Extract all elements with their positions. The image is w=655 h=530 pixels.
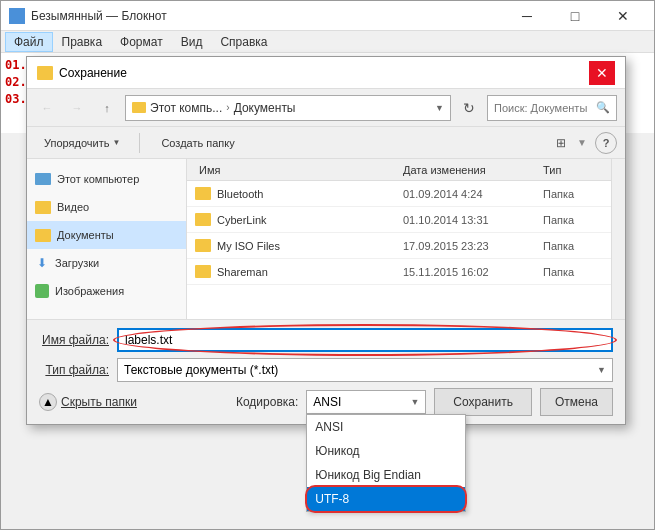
organize-button[interactable]: Упорядочить ▼ [35,131,129,155]
view-dropdown-arrow: ▼ [577,137,587,148]
encoding-section: Кодировка: ANSI ▼ ANSI Юникод Юникод Big… [236,388,613,416]
hide-folders-section: ▲ Скрыть папки [39,393,137,411]
file-list: Имя Дата изменения Тип Bluetooth 01.09.2… [187,159,611,319]
path-segment-2: Документы [234,101,296,115]
path-folder-icon [132,102,146,113]
nav-path[interactable]: Этот компь... › Документы ▼ [125,95,451,121]
save-dialog: Сохранение ✕ ← → ↑ Этот компь... › Докум… [26,56,626,425]
menu-edit[interactable]: Правка [53,32,112,52]
sidebar-item-video[interactable]: Видео [27,193,186,221]
new-folder-button[interactable]: Создать папку [150,131,245,155]
minimize-button[interactable]: ─ [504,2,550,30]
menu-file[interactable]: Файл [5,32,53,52]
cyberlink-name: CyberLink [217,214,403,226]
nav-bar: ← → ↑ Этот компь... › Документы ▼ ↻ 🔍 [27,89,625,127]
myisofiles-name: My ISO Files [217,240,403,252]
close-button[interactable]: ✕ [600,2,646,30]
filetype-row: Тип файла: Текстовые документы (*.txt) ▼ [39,358,613,382]
file-row-bluetooth[interactable]: Bluetooth 01.09.2014 4:24 Папка [187,181,611,207]
col-header-name: Имя [195,164,403,176]
downloads-icon: ⬇ [35,256,49,270]
scrollbar[interactable] [611,159,625,319]
encoding-option-unicode[interactable]: Юникод [307,439,465,463]
view-mode-button[interactable]: ⊞ [549,131,573,155]
shareman-name: Shareman [217,266,403,278]
cyberlink-type: Папка [543,214,603,226]
images-icon [35,284,49,298]
file-row-myisofiles[interactable]: My ISO Files 17.09.2015 23:23 Папка [187,233,611,259]
notepad-icon [9,8,25,24]
encoding-option-unicode-be[interactable]: Юникод Big Endian [307,463,465,487]
filetype-label: Тип файла: [39,363,109,377]
dialog-title-label: Сохранение [59,66,127,80]
shareman-date: 15.11.2015 16:02 [403,266,543,278]
notepad-menubar: Файл Правка Формат Вид Справка [1,31,654,53]
path-segment-1: Этот компь... [150,101,222,115]
bluetooth-date: 01.09.2014 4:24 [403,188,543,200]
maximize-button[interactable]: □ [552,2,598,30]
path-dropdown-arrow: ▼ [435,103,444,113]
file-row-shareman[interactable]: Shareman 15.11.2015 16:02 Папка [187,259,611,285]
encoding-value: ANSI [313,395,341,409]
computer-icon [35,173,51,185]
filetype-combo-arrow: ▼ [597,365,606,375]
myisofiles-folder-icon [195,239,211,252]
filetype-combo[interactable]: Текстовые документы (*.txt) ▼ [117,358,613,382]
notepad-titlebar: Безымянный — Блокнот ─ □ ✕ [1,1,654,31]
encoding-label: Кодировка: [236,395,298,409]
bluetooth-name: Bluetooth [217,188,403,200]
forward-button[interactable]: → [65,96,89,120]
encoding-option-utf8[interactable]: UTF-8 [307,487,465,511]
hide-folders-label: Скрыть папки [61,395,137,409]
up-button[interactable]: ↑ [95,96,119,120]
myisofiles-type: Папка [543,240,603,252]
shareman-type: Папка [543,266,603,278]
organize-dropdown-arrow: ▼ [112,138,120,147]
filetype-value: Текстовые документы (*.txt) [124,363,278,377]
search-box[interactable]: 🔍 [487,95,617,121]
notepad-window: Безымянный — Блокнот ─ □ ✕ Файл Правка Ф… [0,0,655,530]
shareman-folder-icon [195,265,211,278]
dialog-titlebar: Сохранение ✕ [27,57,625,89]
dialog-close-button[interactable]: ✕ [589,61,615,85]
save-button[interactable]: Сохранить [434,388,532,416]
documents-folder-icon [35,229,51,242]
filename-input[interactable] [117,328,613,352]
col-header-type: Тип [543,164,603,176]
col-header-date: Дата изменения [403,164,543,176]
notepad-title: Безымянный — Блокнот [9,8,167,24]
notepad-title-text: Безымянный — Блокнот [31,9,167,23]
cyberlink-date: 01.10.2014 13:31 [403,214,543,226]
encoding-combo[interactable]: ANSI ▼ [306,390,426,414]
window-controls: ─ □ ✕ [504,2,646,30]
menu-help[interactable]: Справка [211,32,276,52]
sidebar-item-downloads[interactable]: ⬇ Загрузки [27,249,186,277]
filename-row: Имя файла: [39,328,613,352]
left-panel: Этот компьютер Видео Документы ⬇ Загрузк… [27,159,187,319]
content-area: Этот компьютер Видео Документы ⬇ Загрузк… [27,159,625,319]
dialog-toolbar: Упорядочить ▼ Создать папку ⊞ ▼ ? [27,127,625,159]
toolbar-separator [139,133,140,153]
file-row-cyberlink[interactable]: CyberLink 01.10.2014 13:31 Папка [187,207,611,233]
help-button[interactable]: ? [595,132,617,154]
sidebar-item-images[interactable]: Изображения [27,277,186,305]
video-folder-icon [35,201,51,214]
dialog-title-text: Сохранение [37,66,127,80]
menu-view[interactable]: Вид [172,32,212,52]
dialog-folder-icon [37,66,53,80]
menu-format[interactable]: Формат [111,32,172,52]
sidebar-item-documents[interactable]: Документы [27,221,186,249]
myisofiles-date: 17.09.2015 23:23 [403,240,543,252]
encoding-option-ansi[interactable]: ANSI [307,415,465,439]
refresh-button[interactable]: ↻ [457,96,481,120]
encoding-dropdown: ANSI Юникод Юникод Big Endian UTF-8 [306,414,466,512]
back-button[interactable]: ← [35,96,59,120]
cancel-button[interactable]: Отмена [540,388,613,416]
search-input[interactable] [494,102,596,114]
bluetooth-type: Папка [543,188,603,200]
hide-folders-icon[interactable]: ▲ [39,393,57,411]
sidebar-item-computer[interactable]: Этот компьютер [27,165,186,193]
bottom-section: Имя файла: Тип файла: Текстовые документ… [27,319,625,424]
cyberlink-folder-icon [195,213,211,226]
path-arrow-1: › [226,102,229,113]
